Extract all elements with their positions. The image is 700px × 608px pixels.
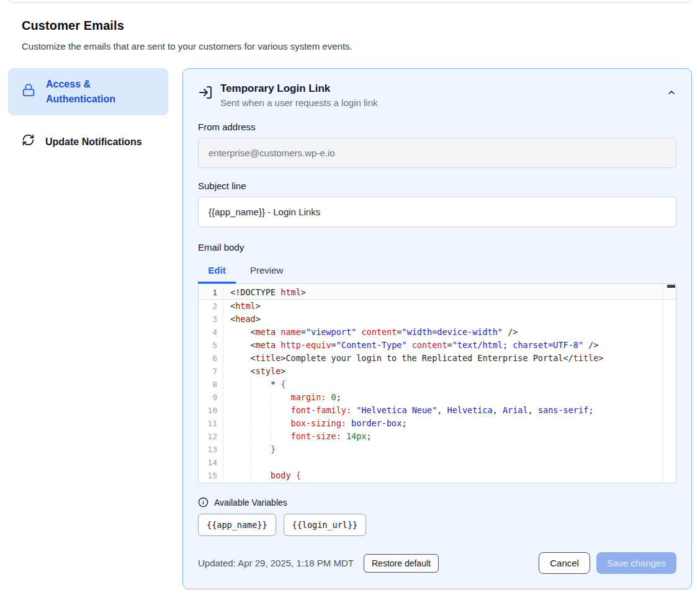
chevron-up-icon[interactable] (666, 87, 676, 108)
save-changes-button[interactable]: Save changes (596, 552, 676, 574)
code-editor[interactable]: 1<!DOCTYPE html>2<html>3<head>4 <meta na… (198, 284, 676, 483)
card-footer: Updated: Apr 29, 2025, 1:18 PM MDT Resto… (198, 552, 676, 574)
email-body-label: Email body (198, 242, 676, 253)
card-subtitle: Sent when a user requests a login link (220, 97, 377, 108)
editor-line[interactable]: 10 font-family: "Helvetica Neue", Helvet… (199, 404, 676, 417)
from-address-input (198, 138, 676, 168)
line-number: 13 (199, 443, 223, 456)
editor-line[interactable]: 1<!DOCTYPE html> (199, 286, 676, 300)
sidebar-item-label: Access & Authentication (46, 77, 158, 107)
subject-line-label: Subject line (198, 181, 676, 191)
line-number: 4 (199, 326, 223, 339)
refresh-icon (22, 133, 35, 151)
line-number: 16 (199, 482, 223, 483)
line-number: 7 (199, 365, 223, 378)
tab-edit[interactable]: Edit (198, 261, 236, 284)
sidebar: Access & Authentication Update Notificat… (8, 68, 168, 158)
editor-line[interactable]: 4 <meta name="viewport" content="width=d… (199, 326, 676, 339)
sidebar-item-label: Update Notifications (45, 135, 142, 150)
line-number: 9 (199, 391, 223, 404)
editor-line[interactable]: 11 box-sizing: border-box; (199, 417, 676, 430)
cancel-button[interactable]: Cancel (539, 552, 590, 574)
editor-line[interactable]: 9 margin: 0; (199, 391, 676, 404)
editor-line[interactable]: 12 font-size: 14px; (199, 430, 676, 443)
available-variables-label: Available Variables (214, 498, 287, 507)
page-subtitle: Customize the emails that are sent to yo… (22, 41, 678, 51)
editor-line[interactable]: 8 * { (199, 378, 676, 391)
line-number: 14 (199, 456, 223, 469)
editor-line[interactable]: 14 (199, 456, 676, 469)
editor-scrollbar-thumb[interactable] (667, 285, 675, 288)
email-template-card: Temporary Login Link Sent when a user re… (182, 68, 692, 589)
line-number: 15 (199, 469, 223, 482)
editor-line[interactable]: 5 <meta http-equiv="Content-Type" conten… (199, 339, 676, 352)
card-header: Temporary Login Link Sent when a user re… (198, 83, 676, 108)
line-number: 1 (199, 286, 223, 299)
line-number: 2 (199, 300, 223, 313)
line-number: 10 (199, 404, 223, 417)
line-number: 5 (199, 339, 223, 352)
editor-line[interactable]: 13 } (199, 443, 676, 456)
card-title: Temporary Login Link (220, 83, 377, 95)
sidebar-item-access-authentication[interactable]: Access & Authentication (8, 68, 168, 115)
editor-line[interactable]: 7 <style> (199, 365, 676, 378)
editor-line[interactable]: 16 background-color: #ffffff; (199, 482, 676, 483)
email-body-tabs: Edit Preview (198, 261, 676, 284)
line-number: 3 (199, 313, 223, 326)
code-editor-lines: 1<!DOCTYPE html>2<html>3<head>4 <meta na… (199, 284, 676, 483)
updated-timestamp: Updated: Apr 29, 2025, 1:18 PM MDT (198, 558, 354, 568)
page-title: Customer Emails (22, 19, 678, 33)
from-address-label: From address (198, 122, 676, 132)
editor-line[interactable]: 6 <title>Complete your login to the Repl… (199, 352, 676, 365)
previous-card-edge (7, 0, 692, 3)
variable-chips: {{app_name}} {{login_url}} (198, 514, 676, 536)
page-header: Customer Emails Customize the emails tha… (0, 0, 700, 51)
editor-line[interactable]: 15 body { (199, 469, 676, 482)
lock-icon (22, 83, 35, 101)
editor-scrollbar-track (663, 284, 663, 483)
variable-chip-login-url[interactable]: {{login_url}} (284, 514, 367, 536)
restore-default-button[interactable]: Restore default (364, 554, 439, 573)
sidebar-item-update-notifications[interactable]: Update Notifications (8, 126, 168, 158)
info-icon[interactable] (198, 497, 209, 507)
login-icon (198, 85, 213, 108)
subject-line-input[interactable] (198, 197, 676, 227)
line-number: 12 (199, 430, 223, 443)
line-number: 11 (199, 417, 223, 430)
editor-line[interactable]: 2<html> (199, 300, 676, 313)
variable-chip-app-name[interactable]: {{app_name}} (198, 514, 276, 536)
tab-preview[interactable]: Preview (250, 261, 283, 284)
line-number: 8 (199, 378, 223, 391)
line-number: 6 (199, 352, 223, 365)
editor-line[interactable]: 3<head> (199, 313, 676, 326)
